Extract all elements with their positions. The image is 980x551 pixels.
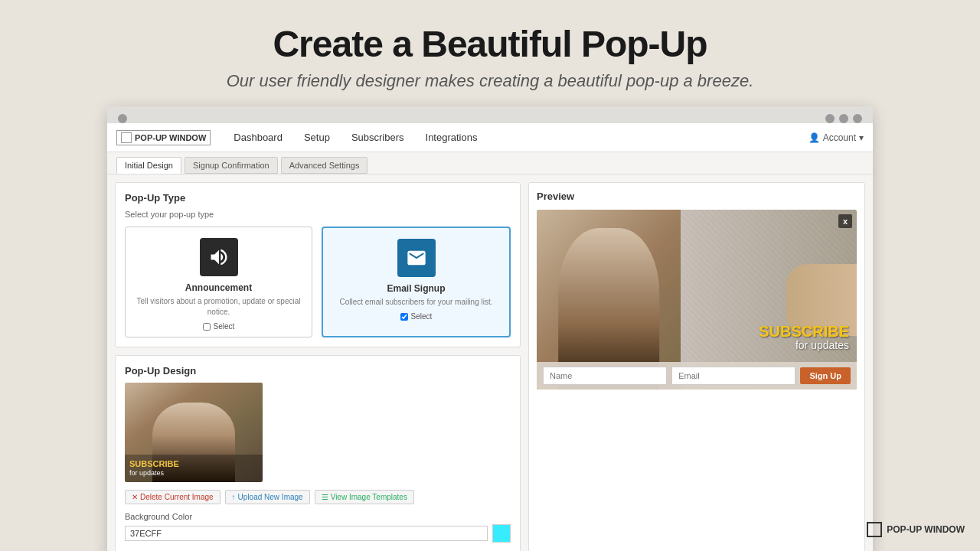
bg-color-swatch[interactable]	[492, 524, 511, 543]
browser-dot-1	[118, 114, 127, 123]
browser-dot-3	[839, 114, 848, 123]
announcement-card[interactable]: Announcement Tell visitors about a promo…	[125, 227, 312, 337]
nav-subscribers[interactable]: Subscribers	[341, 123, 415, 152]
account-icon: 👤	[808, 132, 820, 143]
footer-logo-text: POP-UP WINDOW	[887, 524, 965, 535]
page-subtitle: Our user friendly designer makes creatin…	[0, 71, 980, 91]
templates-label: View Image Templates	[331, 493, 407, 501]
email-icon	[406, 247, 427, 269]
bg-color-label: Background Color	[125, 512, 511, 521]
design-image-overlay: SUBSCRIBE for updates	[125, 455, 263, 482]
page-header: Create a Beautiful Pop-Up Our user frien…	[0, 0, 980, 106]
upload-image-button[interactable]: ↑ Upload New Image	[225, 490, 310, 504]
preview-popup: SUBSCRIBE for updates x Sign Up	[537, 210, 857, 390]
announcement-card-title: Announcement	[133, 282, 304, 293]
view-templates-button[interactable]: ☰ View Image Templates	[315, 490, 414, 504]
bg-color-row	[125, 524, 511, 543]
footer-logo-icon	[867, 522, 882, 537]
preview-close-button[interactable]: x	[838, 214, 852, 228]
templates-icon: ☰	[322, 493, 328, 501]
preview-email-input[interactable]	[671, 367, 795, 385]
preview-subscribe-overlay: SUBSCRIBE for updates	[759, 323, 849, 351]
megaphone-icon	[208, 246, 230, 268]
nav-integrations[interactable]: Integrations	[415, 123, 488, 152]
browser-chrome	[107, 106, 873, 123]
left-panel: Pop-Up Type Select your pop-up type Anno…	[115, 182, 521, 551]
announcement-checkbox-label: Select	[214, 322, 235, 331]
popup-type-title: Pop-Up Type	[125, 192, 511, 204]
browser-window: POP-UP WINDOW Dashboard Setup Subscriber…	[107, 106, 873, 551]
popup-type-cards: Announcement Tell visitors about a promo…	[125, 227, 511, 337]
preview-signup-button[interactable]: Sign Up	[800, 367, 851, 384]
preview-name-input[interactable]	[543, 367, 667, 385]
announcement-card-desc: Tell visitors about a promotion, update …	[133, 296, 304, 318]
tab-initial-design[interactable]: Initial Design	[116, 157, 181, 174]
upload-label: Upload New Image	[238, 493, 303, 501]
popup-type-section: Pop-Up Type Select your pop-up type Anno…	[115, 182, 521, 347]
upload-icon: ↑	[232, 493, 236, 501]
app-logo-icon	[121, 132, 132, 143]
page-title: Create a Beautiful Pop-Up	[0, 23, 980, 65]
browser-dot-2	[825, 114, 835, 123]
nav-setup[interactable]: Setup	[293, 123, 341, 152]
tab-signup-confirmation[interactable]: Signup Confirmation	[185, 157, 278, 174]
preview-subscribe-line1: SUBSCRIBE	[759, 323, 849, 340]
design-subscribe-line1: SUBSCRIBE	[129, 459, 258, 469]
app-content: Pop-Up Type Select your pop-up type Anno…	[107, 174, 873, 551]
email-signup-checkbox-row: Select	[331, 312, 501, 321]
announcement-icon-bg	[200, 238, 238, 276]
announcement-checkbox-row: Select	[133, 322, 304, 331]
select-type-label: Select your pop-up type	[125, 210, 511, 219]
image-buttons: ✕ Delete Current Image ↑ Upload New Imag…	[125, 490, 511, 504]
email-signup-checkbox[interactable]	[400, 313, 408, 321]
delete-image-button[interactable]: ✕ Delete Current Image	[125, 490, 220, 504]
app-tabs: Initial Design Signup Confirmation Advan…	[107, 152, 873, 174]
browser-dot-4	[853, 114, 862, 123]
preview-subscribe-line2: for updates	[759, 340, 849, 351]
nav-links: Dashboard Setup Subscribers Integrations	[223, 123, 808, 152]
delete-icon: ✕	[132, 493, 138, 501]
design-subscribe-line2: for updates	[129, 469, 258, 478]
app-logo: POP-UP WINDOW	[116, 130, 211, 145]
popup-design-section: Pop-Up Design SUBSCRIBE for updates	[115, 355, 521, 551]
email-signup-checkbox-label: Select	[411, 312, 433, 321]
preview-title: Preview	[537, 191, 857, 202]
footer-branding: POP-UP WINDOW	[867, 522, 965, 537]
account-label: Account	[823, 132, 856, 143]
bg-color-input[interactable]	[125, 526, 488, 541]
email-signup-card[interactable]: Email Signup Collect email subscribers f…	[322, 227, 511, 337]
app-nav: POP-UP WINDOW Dashboard Setup Subscriber…	[107, 123, 873, 152]
email-signup-icon-bg	[397, 239, 436, 277]
delete-label: Delete Current Image	[140, 493, 214, 501]
email-signup-card-title: Email Signup	[331, 283, 501, 294]
email-signup-card-desc: Collect email subscribers for your maili…	[331, 297, 501, 308]
right-panel: Preview SUBSCRIBE for updates x	[528, 182, 865, 551]
tab-advanced-settings[interactable]: Advanced Settings	[281, 157, 368, 174]
nav-dashboard[interactable]: Dashboard	[223, 123, 293, 152]
popup-design-title: Pop-Up Design	[125, 365, 511, 377]
preview-form-bar: Sign Up	[537, 362, 857, 390]
account-chevron-icon: ▾	[859, 132, 864, 143]
announcement-checkbox[interactable]	[203, 323, 211, 331]
browser-dots-right	[825, 114, 862, 123]
design-image-area: SUBSCRIBE for updates	[125, 383, 263, 482]
design-image-mock: SUBSCRIBE for updates	[125, 383, 263, 482]
app-logo-text: POP-UP WINDOW	[135, 133, 206, 142]
nav-account[interactable]: 👤 Account ▾	[808, 132, 864, 143]
